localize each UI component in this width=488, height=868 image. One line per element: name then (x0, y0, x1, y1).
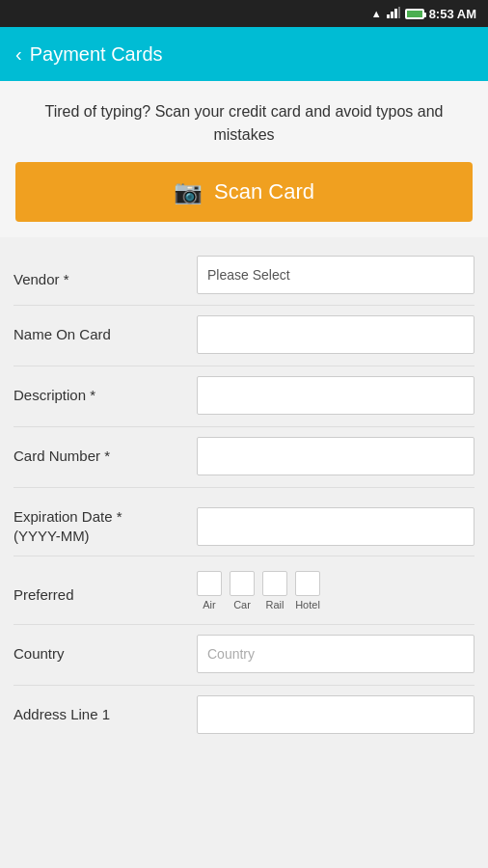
battery-icon (405, 9, 424, 19)
name-on-card-input[interactable] (197, 315, 474, 354)
card-number-input[interactable] (197, 437, 474, 475)
description-label: Description * (14, 376, 197, 405)
header: ‹ Payment Cards (0, 27, 488, 81)
name-on-card-label: Name On Card (14, 315, 197, 344)
scan-promo-section: Tired of typing? Scan your credit card a… (0, 81, 488, 237)
address-line1-input[interactable] (197, 695, 474, 734)
vendor-placeholder: Please Select (207, 267, 290, 283)
preferred-hotel: Hotel (295, 571, 320, 610)
svg-rect-0 (387, 14, 390, 18)
address-line1-row: Address Line 1 (0, 686, 488, 746)
country-row: Country (0, 625, 488, 685)
description-row: Description * (0, 366, 488, 426)
preferred-rail: Rail (262, 571, 287, 610)
svg-rect-2 (394, 9, 397, 18)
preferred-air-label: Air (203, 599, 215, 610)
description-input[interactable] (197, 376, 474, 415)
status-bar: ▲ 8:53 AM (0, 0, 488, 27)
preferred-label: Preferred (14, 576, 197, 605)
preferred-hotel-label: Hotel (295, 599, 320, 610)
vendor-label: Vendor * (14, 260, 197, 289)
preferred-hotel-checkbox[interactable] (295, 571, 320, 596)
preferred-air: Air (197, 571, 222, 610)
expiration-date-row: Expiration Date * (YYYY-MM) (0, 488, 488, 556)
svg-rect-3 (398, 7, 400, 18)
scan-button-label: Scan Card (214, 179, 314, 204)
preferred-rail-label: Rail (266, 599, 285, 610)
svg-rect-1 (391, 12, 393, 18)
country-label: Country (14, 635, 197, 664)
expiration-date-input[interactable] (197, 507, 474, 546)
preferred-rail-checkbox[interactable] (262, 571, 287, 596)
preferred-car-label: Car (233, 599, 251, 610)
page-title: Payment Cards (30, 43, 163, 66)
vendor-select[interactable]: Please Select (197, 256, 474, 294)
preferred-car-checkbox[interactable] (230, 571, 255, 596)
preferred-car: Car (230, 571, 255, 610)
country-input[interactable] (197, 635, 474, 673)
vendor-row: Vendor * Please Select (0, 245, 488, 305)
status-icons: ▲ 8:53 AM (371, 7, 476, 21)
signal-icon (387, 7, 400, 20)
card-number-row: Card Number * (0, 427, 488, 487)
preferred-checkboxes: Air Car Rail Hotel (197, 571, 474, 610)
status-time: 8:53 AM (429, 7, 476, 21)
scan-card-button[interactable]: 📷 Scan Card (15, 162, 473, 222)
expiration-date-label: Expiration Date * (YYYY-MM) (14, 498, 197, 545)
card-number-label: Card Number * (14, 437, 197, 466)
main-content: Tired of typing? Scan your credit card a… (0, 81, 488, 753)
camera-icon: 📷 (174, 178, 203, 205)
form-section: Vendor * Please Select Name On Card Desc… (0, 237, 488, 753)
wifi-icon: ▲ (371, 8, 382, 19)
preferred-row: Preferred Air Car Rail Hotel (0, 556, 488, 624)
name-on-card-row: Name On Card (0, 306, 488, 366)
address-line1-label: Address Line 1 (14, 695, 197, 724)
back-button[interactable]: ‹ (15, 43, 22, 66)
promo-text: Tired of typing? Scan your credit card a… (15, 100, 473, 147)
preferred-air-checkbox[interactable] (197, 571, 222, 596)
